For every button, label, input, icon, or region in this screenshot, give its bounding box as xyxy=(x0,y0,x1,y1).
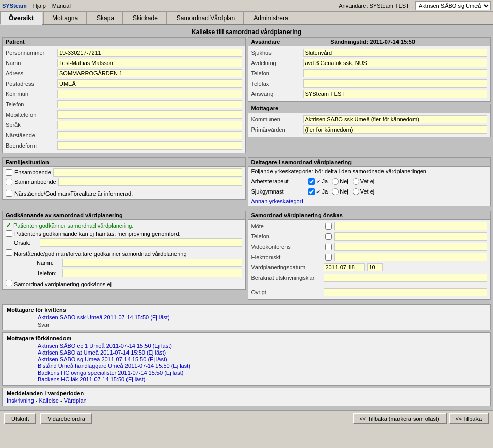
narstande-check[interactable] xyxy=(6,190,12,197)
patient-col: Patient Personnummer 19-330217-7211 Namn… xyxy=(2,37,246,155)
kannedom-item-5[interactable]: Backens HC läk 2011-07-14 15:50 (Ej läst… xyxy=(38,376,486,382)
vidarebefordra-button[interactable]: Vidarebefordra xyxy=(40,413,92,424)
narstande-row: Närstående/God man/Förvaltare är informe… xyxy=(6,190,242,197)
sam-label-1: Telefon xyxy=(251,233,324,239)
sam-checkbox-3[interactable] xyxy=(325,254,332,261)
msg-link-inskrivning[interactable]: Inskrivning xyxy=(7,397,34,404)
del-vetej-1[interactable] xyxy=(353,188,359,195)
del-ja-1[interactable] xyxy=(308,188,315,195)
patient-label-3: Postadress xyxy=(6,81,57,87)
del-nej-0[interactable] xyxy=(332,178,339,185)
msg-link-kallelse[interactable]: Kallelse xyxy=(39,397,59,404)
samordnad-body: Möte Telefon Videokonferens xyxy=(248,220,491,299)
godkanns-ej-check[interactable] xyxy=(6,280,12,286)
orsak-row: Orsak: xyxy=(14,238,242,247)
top-bar-right: Användare: SYSteam TEST , Aktrisen SÄBO … xyxy=(339,1,491,10)
menu-hjälp[interactable]: Hjälp xyxy=(33,3,46,9)
deltagare-row-0: Arbetsterapeut ✓ Ja Nej Vet ej xyxy=(251,177,488,186)
sam-row-0: Möte xyxy=(251,221,488,231)
right-buttons: << Tillbaka (markera som oläst) <<Tillba… xyxy=(353,413,489,424)
avs-row-2: Telefon xyxy=(251,69,488,78)
del-label-1: Sjukgymnast xyxy=(251,188,308,195)
top-bar-left: SYSteam Hjälp Manual xyxy=(2,3,71,9)
avs-value-3 xyxy=(303,79,488,88)
org-select[interactable]: Aktrisen SÄBO sg Umeå xyxy=(415,1,491,10)
kannedom-item-1[interactable]: Aktrisen SÄBO at Umeå 2011-07-14 15:50 (… xyxy=(38,349,486,356)
godkannande-header: Godkännande av samordnad vårdplanering xyxy=(3,211,245,220)
del-options-1: ✓ Ja Nej Vet ej xyxy=(308,188,375,195)
sam-checkbox-2[interactable] xyxy=(325,244,332,250)
familj-header: Familjesituation xyxy=(3,158,245,167)
patient-value-0: 19-330217-7211 xyxy=(57,49,242,57)
patient-row-5: Telefon xyxy=(6,100,242,109)
sam-row-3: Elektroniskt xyxy=(251,252,488,262)
sam-value-1 xyxy=(334,232,488,241)
vardplanering-row: Vårdplaneringsdatum 2011-07-18 10 xyxy=(251,263,488,272)
narstande-label: Närstående/God man/Förvaltare är informe… xyxy=(14,190,133,197)
kannedom-item-0[interactable]: Aktrisen SÄBO ec 1 Umeå 2011-07-14 15:50… xyxy=(38,343,486,349)
avs-row-0: Sjukhus Slutenvård xyxy=(251,48,488,57)
avs-row-3: Telefax xyxy=(251,79,488,88)
kannedom-item-3[interactable]: Bistånd Umeå handläggare Umeå 2011-07-14… xyxy=(38,363,486,369)
kannedom-section: Mottagare förkännedom Aktrisen SÄBO ec 1… xyxy=(2,332,491,386)
godk-row-0: ✓ Patienten godkänner samordnad vårdplan… xyxy=(6,221,242,229)
tab-overview[interactable]: Översikt xyxy=(0,12,42,25)
del-ja-0[interactable] xyxy=(308,178,315,185)
kvittens-item-0[interactable]: Aktrisen SÄBO ssk Umeå 2011-07-14 15:50 … xyxy=(38,314,486,321)
godk-check-1[interactable] xyxy=(6,230,12,237)
vardplanering-date[interactable]: 2011-07-18 xyxy=(324,263,365,271)
tab-samordnad[interactable]: Samordnad Vårdplan xyxy=(168,12,244,24)
orsak-value xyxy=(40,238,242,247)
sam-row-2: Videokonferens xyxy=(251,242,488,251)
narstande-godk-check[interactable] xyxy=(6,249,12,256)
godkannande-col: Godkännande av samordnad vårdplanering ✓… xyxy=(2,211,246,302)
tab-administrera[interactable]: Administrera xyxy=(245,12,297,24)
menu-manual[interactable]: Manual xyxy=(52,3,71,9)
mottagare-panel: Mottagare Kommunen Aktrisen SÄBO ssk Ume… xyxy=(248,104,491,137)
godkannande-body: ✓ Patienten godkänner samordnad vårdplan… xyxy=(3,220,245,289)
sam-label-0: Möte xyxy=(251,223,324,229)
tab-skapa[interactable]: Skapa xyxy=(88,12,123,24)
patient-label-9: Boendeform xyxy=(6,142,57,149)
top-section: Patient Personnummer 19-330217-7211 Namn… xyxy=(2,37,491,155)
tab-skickade[interactable]: Skickade xyxy=(124,12,167,24)
del-ja-label: ✓ Ja xyxy=(316,178,328,185)
mot-value-0: Aktrisen SÄBO ssk Umeå (fler för kännedo… xyxy=(303,115,488,123)
sam-label-2: Videokonferens xyxy=(251,244,324,250)
sam-value-3 xyxy=(334,253,488,261)
top-bar: SYSteam Hjälp Manual Användare: SYSteam … xyxy=(0,0,493,12)
tillbaka-button[interactable]: <<Tillbaka xyxy=(449,413,489,424)
sam-check-0 xyxy=(324,223,334,230)
godk-check-icon-0: ✓ xyxy=(6,221,11,229)
tillbaka-markera-button[interactable]: << Tillbaka (markera som oläst) xyxy=(353,413,447,424)
patient-label-1: Namn xyxy=(6,60,57,66)
msg-link-vardplan[interactable]: Vårdplan xyxy=(64,397,87,404)
avs-value-1: avd 3 Geriatrik ssk, NUS xyxy=(303,59,488,67)
patient-value-3: UMEÅ xyxy=(57,79,242,88)
patient-value-6 xyxy=(57,110,242,119)
godk-text-0: Patienten godkänner samordnad vårdplaner… xyxy=(13,222,133,229)
ovrigt-row: Övrigt xyxy=(251,287,488,297)
kannedom-item-4[interactable]: Backens HC övriga specialister 2011-07-1… xyxy=(38,370,486,376)
svar-label: Svar xyxy=(38,322,50,328)
kannedom-item-2[interactable]: Aktrisen SÄBO sg Umeå 2011-07-14 15:50 (… xyxy=(38,356,486,362)
sammanboende-check[interactable] xyxy=(6,179,12,185)
namn-label: Namn: xyxy=(37,260,62,266)
sam-checkbox-0[interactable] xyxy=(325,223,332,230)
mot-row-0: Kommunen Aktrisen SÄBO ssk Umeå (fler fö… xyxy=(251,115,488,124)
avsandare-body: Sjukhus Slutenvård Avdelning avd 3 Geria… xyxy=(248,46,491,101)
vardplanering-time[interactable]: 10 xyxy=(367,263,383,271)
annan-yrkeskategori-link[interactable]: Annan yrkeskategori xyxy=(251,198,303,204)
utskrift-button[interactable]: Utskrift xyxy=(4,413,36,424)
sam-checkbox-1[interactable] xyxy=(325,233,332,240)
kannedom-items: Aktrisen SÄBO ec 1 Umeå 2011-07-14 15:50… xyxy=(38,343,486,382)
deltagare-col: Deltagare i samordnad vårdplanering Följ… xyxy=(248,157,491,209)
mot-value-1: (fler för kännedom) xyxy=(303,125,488,134)
del-vetej-0[interactable] xyxy=(353,178,359,185)
avs-label-0: Sjukhus xyxy=(251,50,303,56)
mot-label-0: Kommunen xyxy=(251,116,303,122)
familj-col: Familjesituation Ensamboende Sammanboend… xyxy=(2,157,246,209)
tab-mottagna[interactable]: Mottagna xyxy=(43,12,87,24)
del-nej-1[interactable] xyxy=(332,188,339,195)
ensamboende-check[interactable] xyxy=(6,169,12,176)
